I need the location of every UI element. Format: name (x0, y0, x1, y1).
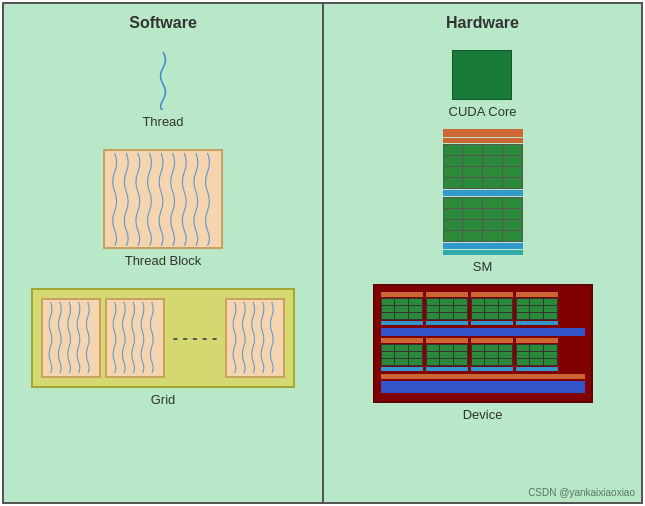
sm-bot-bar (443, 243, 523, 249)
grid-block-1-wavy (43, 300, 99, 375)
device-sm-unit (471, 338, 513, 371)
device-section: Device (334, 284, 631, 422)
thread-section: Thread (142, 50, 183, 129)
device-sm-unit (471, 292, 513, 325)
thread-icon (148, 50, 178, 110)
sm-cell (503, 231, 522, 241)
sm-label: SM (473, 259, 493, 274)
sm-cell (483, 145, 502, 155)
main-container: Software Thread (2, 2, 643, 504)
grid-label: Grid (151, 392, 176, 407)
sm-cell (483, 167, 502, 177)
sm-top-bar-2 (443, 138, 523, 143)
sm-cell (444, 231, 463, 241)
device-sm-unit (381, 338, 423, 371)
grid-section: - - - - - Grid (14, 288, 312, 407)
sm-cell (503, 220, 522, 230)
sm-top-bar (443, 129, 523, 137)
software-title: Software (129, 14, 197, 32)
cuda-core-section: CUDA Core (449, 50, 517, 119)
grid-block-3-wavy (227, 300, 283, 375)
device-label: Device (463, 407, 503, 422)
device-orange-bar (381, 374, 585, 379)
device-blue-bar-2 (381, 381, 585, 393)
sm-mid-bar (443, 190, 523, 196)
sm-section: SM (443, 129, 523, 274)
sm-cell (463, 145, 482, 155)
grid-block-2-wavy (107, 300, 163, 375)
thread-block-box (103, 149, 223, 249)
sm-cell (483, 209, 502, 219)
sm-teal-bar (443, 250, 523, 255)
sm-diagram (443, 129, 523, 255)
sm-cell (483, 156, 502, 166)
device-sm-unit (381, 292, 423, 325)
watermark: CSDN @yankaixiaoxiao (528, 487, 635, 498)
sm-cell (483, 220, 502, 230)
thread-block-section: Thread Block (103, 149, 223, 268)
software-panel: Software Thread (4, 4, 324, 502)
hardware-title: Hardware (446, 14, 519, 32)
sm-cell (503, 167, 522, 177)
device-outer-box (373, 284, 593, 403)
sm-cell (444, 156, 463, 166)
sm-cell (503, 178, 522, 188)
sm-cell (444, 145, 463, 155)
grid-dots: - - - - - (169, 329, 221, 347)
sm-grid-area-1 (443, 144, 523, 189)
sm-cell (463, 220, 482, 230)
cuda-core-label: CUDA Core (449, 104, 517, 119)
sm-cell (463, 209, 482, 219)
device-sm-unit (516, 292, 558, 325)
sm-cell (463, 198, 482, 208)
sm-cell (463, 231, 482, 241)
sm-cell (444, 220, 463, 230)
hardware-panel: Hardware CUDA Core (324, 4, 641, 502)
thread-label: Thread (142, 114, 183, 129)
grid-block-1 (41, 298, 101, 378)
device-sm-unit (426, 292, 468, 325)
device-row-1 (381, 292, 585, 325)
grid-block-3 (225, 298, 285, 378)
sm-cell (503, 198, 522, 208)
sm-cell (444, 198, 463, 208)
sm-cell (483, 178, 502, 188)
cuda-core-box (452, 50, 512, 100)
sm-cell (463, 178, 482, 188)
sm-cell (463, 156, 482, 166)
thread-block-label: Thread Block (125, 253, 202, 268)
sm-cell (483, 198, 502, 208)
sm-cell (444, 167, 463, 177)
device-sm-unit (426, 338, 468, 371)
sm-cell (463, 167, 482, 177)
device-sm-unit (516, 338, 558, 371)
sm-cell (444, 178, 463, 188)
sm-cell (444, 209, 463, 219)
thread-block-wavy (105, 151, 221, 248)
grid-block-2 (105, 298, 165, 378)
sm-cell (503, 145, 522, 155)
grid-outer-box: - - - - - (31, 288, 295, 388)
sm-cell (503, 209, 522, 219)
sm-grid-area-2 (443, 197, 523, 242)
sm-cell (503, 156, 522, 166)
device-blue-bar-1 (381, 328, 585, 336)
device-row-2 (381, 338, 585, 371)
sm-cell (483, 231, 502, 241)
